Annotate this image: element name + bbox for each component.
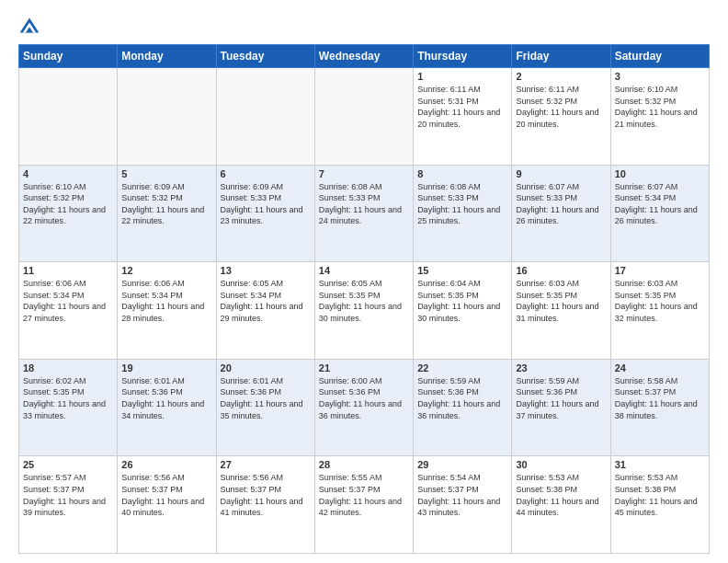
calendar-day-cell: 27 Sunrise: 5:56 AM Sunset: 5:37 PM Dayl… xyxy=(216,456,314,554)
daylight-label: Daylight: 11 hours and 27 minutes. xyxy=(23,302,106,323)
sunset-label: Sunset: 5:34 PM xyxy=(23,291,85,300)
sunrise-label: Sunrise: 6:01 AM xyxy=(121,376,185,385)
calendar-day-cell: 2 Sunrise: 6:11 AM Sunset: 5:32 PM Dayli… xyxy=(512,68,610,166)
day-number: 19 xyxy=(121,362,211,373)
daylight-label: Daylight: 11 hours and 20 minutes. xyxy=(516,108,598,129)
calendar-day-cell: 3 Sunrise: 6:10 AM Sunset: 5:32 PM Dayli… xyxy=(610,68,709,166)
calendar-table: SundayMondayTuesdayWednesdayThursdayFrid… xyxy=(18,44,710,554)
daylight-label: Daylight: 11 hours and 42 minutes. xyxy=(319,497,402,518)
day-of-week-header: Wednesday xyxy=(314,45,413,68)
day-of-week-header: Sunday xyxy=(19,45,118,68)
day-info: Sunrise: 6:08 AM Sunset: 5:33 PM Dayligh… xyxy=(319,181,409,227)
day-info: Sunrise: 6:10 AM Sunset: 5:32 PM Dayligh… xyxy=(23,181,113,227)
calendar-day-cell: 21 Sunrise: 6:00 AM Sunset: 5:36 PM Dayl… xyxy=(314,359,413,456)
calendar-day-cell: 18 Sunrise: 6:02 AM Sunset: 5:35 PM Dayl… xyxy=(19,359,118,456)
day-number: 27 xyxy=(221,459,311,470)
calendar-day-cell: 10 Sunrise: 6:07 AM Sunset: 5:34 PM Dayl… xyxy=(610,165,709,262)
day-info: Sunrise: 6:08 AM Sunset: 5:33 PM Dayligh… xyxy=(417,181,507,227)
sunset-label: Sunset: 5:32 PM xyxy=(615,97,677,106)
day-info: Sunrise: 6:02 AM Sunset: 5:35 PM Dayligh… xyxy=(23,375,113,421)
sunset-label: Sunset: 5:37 PM xyxy=(417,485,479,494)
calendar-day-cell: 17 Sunrise: 6:03 AM Sunset: 5:35 PM Dayl… xyxy=(610,262,709,360)
sunrise-label: Sunrise: 6:09 AM xyxy=(121,182,185,191)
calendar-day-cell: 7 Sunrise: 6:08 AM Sunset: 5:33 PM Dayli… xyxy=(314,165,413,262)
day-number: 1 xyxy=(417,71,507,82)
calendar-day-cell xyxy=(216,68,314,166)
daylight-label: Daylight: 11 hours and 28 minutes. xyxy=(121,302,204,323)
day-of-week-header: Friday xyxy=(512,45,610,68)
day-info: Sunrise: 5:59 AM Sunset: 5:36 PM Dayligh… xyxy=(516,375,606,421)
day-number: 16 xyxy=(516,265,606,276)
calendar-day-cell: 24 Sunrise: 5:58 AM Sunset: 5:37 PM Dayl… xyxy=(610,359,709,456)
calendar-day-cell: 23 Sunrise: 5:59 AM Sunset: 5:36 PM Dayl… xyxy=(512,359,610,456)
day-info: Sunrise: 5:56 AM Sunset: 5:37 PM Dayligh… xyxy=(121,472,211,518)
sunset-label: Sunset: 5:35 PM xyxy=(417,291,479,300)
day-info: Sunrise: 5:53 AM Sunset: 5:38 PM Dayligh… xyxy=(516,472,606,518)
sunrise-label: Sunrise: 6:07 AM xyxy=(615,182,678,191)
daylight-label: Daylight: 11 hours and 37 minutes. xyxy=(516,399,598,420)
sunrise-label: Sunrise: 5:55 AM xyxy=(319,473,382,482)
day-number: 5 xyxy=(121,168,211,179)
day-info: Sunrise: 6:05 AM Sunset: 5:34 PM Dayligh… xyxy=(221,278,311,324)
day-number: 12 xyxy=(121,265,211,276)
calendar-day-cell: 15 Sunrise: 6:04 AM Sunset: 5:35 PM Dayl… xyxy=(414,262,512,360)
calendar-day-cell: 26 Sunrise: 5:56 AM Sunset: 5:37 PM Dayl… xyxy=(118,456,216,554)
daylight-label: Daylight: 11 hours and 34 minutes. xyxy=(121,399,204,420)
daylight-label: Daylight: 11 hours and 20 minutes. xyxy=(417,108,500,129)
day-info: Sunrise: 6:09 AM Sunset: 5:32 PM Dayligh… xyxy=(121,181,211,227)
calendar-week-row: 25 Sunrise: 5:57 AM Sunset: 5:37 PM Dayl… xyxy=(19,456,710,554)
calendar-day-cell: 13 Sunrise: 6:05 AM Sunset: 5:34 PM Dayl… xyxy=(216,262,314,360)
day-info: Sunrise: 6:03 AM Sunset: 5:35 PM Dayligh… xyxy=(615,278,705,324)
sunrise-label: Sunrise: 5:54 AM xyxy=(417,473,481,482)
calendar-week-row: 11 Sunrise: 6:06 AM Sunset: 5:34 PM Dayl… xyxy=(19,262,710,360)
calendar-day-cell: 31 Sunrise: 5:53 AM Sunset: 5:38 PM Dayl… xyxy=(610,456,709,554)
calendar-header-row: SundayMondayTuesdayWednesdayThursdayFrid… xyxy=(19,45,710,68)
sunrise-label: Sunrise: 6:03 AM xyxy=(615,279,678,288)
day-number: 31 xyxy=(615,459,705,470)
day-number: 28 xyxy=(319,459,409,470)
sunset-label: Sunset: 5:33 PM xyxy=(516,193,577,202)
day-info: Sunrise: 6:01 AM Sunset: 5:36 PM Dayligh… xyxy=(121,375,211,421)
calendar-week-row: 18 Sunrise: 6:02 AM Sunset: 5:35 PM Dayl… xyxy=(19,359,710,456)
daylight-label: Daylight: 11 hours and 36 minutes. xyxy=(417,399,500,420)
day-of-week-header: Thursday xyxy=(414,45,512,68)
day-info: Sunrise: 5:54 AM Sunset: 5:37 PM Dayligh… xyxy=(417,472,507,518)
sunset-label: Sunset: 5:32 PM xyxy=(121,193,183,202)
daylight-label: Daylight: 11 hours and 44 minutes. xyxy=(516,497,598,518)
day-number: 9 xyxy=(516,168,606,179)
sunrise-label: Sunrise: 6:01 AM xyxy=(221,376,284,385)
day-number: 3 xyxy=(615,71,705,82)
day-info: Sunrise: 6:06 AM Sunset: 5:34 PM Dayligh… xyxy=(23,278,113,324)
sunrise-label: Sunrise: 6:09 AM xyxy=(221,182,284,191)
calendar-day-cell: 8 Sunrise: 6:08 AM Sunset: 5:33 PM Dayli… xyxy=(414,165,512,262)
calendar-day-cell: 4 Sunrise: 6:10 AM Sunset: 5:32 PM Dayli… xyxy=(19,165,118,262)
sunrise-label: Sunrise: 6:04 AM xyxy=(417,279,481,288)
day-info: Sunrise: 6:04 AM Sunset: 5:35 PM Dayligh… xyxy=(417,278,507,324)
sunset-label: Sunset: 5:34 PM xyxy=(221,291,282,300)
sunset-label: Sunset: 5:34 PM xyxy=(615,193,677,202)
day-of-week-header: Saturday xyxy=(610,45,709,68)
daylight-label: Daylight: 11 hours and 22 minutes. xyxy=(121,205,204,226)
header xyxy=(18,17,710,39)
daylight-label: Daylight: 11 hours and 36 minutes. xyxy=(319,399,402,420)
day-info: Sunrise: 5:56 AM Sunset: 5:37 PM Dayligh… xyxy=(221,472,311,518)
sunrise-label: Sunrise: 5:56 AM xyxy=(221,473,284,482)
sunrise-label: Sunrise: 6:06 AM xyxy=(23,279,86,288)
calendar-day-cell: 9 Sunrise: 6:07 AM Sunset: 5:33 PM Dayli… xyxy=(512,165,610,262)
calendar-week-row: 4 Sunrise: 6:10 AM Sunset: 5:32 PM Dayli… xyxy=(19,165,710,262)
day-info: Sunrise: 6:11 AM Sunset: 5:31 PM Dayligh… xyxy=(417,84,507,130)
sunset-label: Sunset: 5:32 PM xyxy=(516,97,577,106)
day-of-week-header: Tuesday xyxy=(216,45,314,68)
page: SundayMondayTuesdayWednesdayThursdayFrid… xyxy=(0,0,728,563)
daylight-label: Daylight: 11 hours and 30 minutes. xyxy=(319,302,402,323)
sunrise-label: Sunrise: 5:57 AM xyxy=(23,473,86,482)
sunset-label: Sunset: 5:33 PM xyxy=(417,193,479,202)
sunrise-label: Sunrise: 6:10 AM xyxy=(615,85,678,94)
day-number: 26 xyxy=(121,459,211,470)
sunrise-label: Sunrise: 5:53 AM xyxy=(516,473,579,482)
sunset-label: Sunset: 5:31 PM xyxy=(417,97,479,106)
sunset-label: Sunset: 5:36 PM xyxy=(121,387,183,396)
calendar-day-cell: 25 Sunrise: 5:57 AM Sunset: 5:37 PM Dayl… xyxy=(19,456,118,554)
day-number: 29 xyxy=(417,459,507,470)
sunrise-label: Sunrise: 6:11 AM xyxy=(417,85,481,94)
